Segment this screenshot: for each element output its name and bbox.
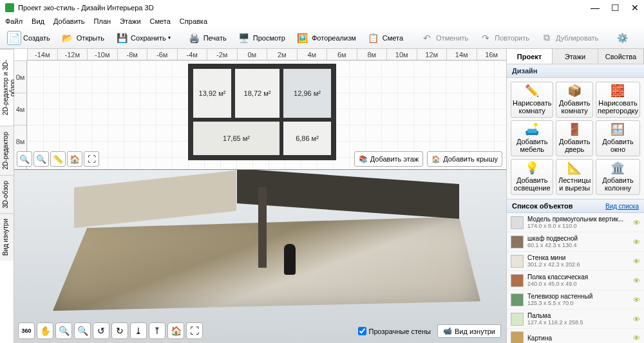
camera-icon: 📹	[443, 327, 452, 335]
main-menu: Файл Вид Добавить План Этажи Смета Справ…	[0, 15, 644, 27]
menu-view[interactable]: Вид	[32, 17, 44, 25]
redo-button[interactable]: ↷Повторить	[475, 30, 533, 46]
tab-floors[interactable]: Этажи	[553, 49, 598, 64]
menu-file[interactable]: Файл	[5, 17, 23, 25]
room-4[interactable]: 17,65 м²	[191, 120, 281, 157]
room-2[interactable]: 18,72 м²	[233, 67, 281, 120]
room-3[interactable]: 12,96 м²	[281, 67, 333, 120]
view-3d[interactable]: 360 ✋ 🔍 🔍 ↺ ↻ ⤓ ⤒ 🏠 ⛶ Прозрачные стены 📹…	[14, 170, 506, 343]
visibility-icon[interactable]: 👁	[633, 277, 640, 284]
action-add-window[interactable]: 🪟Добавить окно	[596, 120, 640, 156]
save-button[interactable]: 💾Сохранить▾	[111, 30, 174, 46]
objects-list-header: Список объектов	[512, 202, 573, 210]
tab-2d[interactable]: 2D-редактор	[0, 126, 14, 175]
rotate-cw[interactable]: ↻	[111, 322, 128, 339]
action-grid: ✏️Нарисовать комнату 📦Добавить комнату 🧱…	[507, 78, 644, 199]
floorplan[interactable]: 13,92 м² 18,72 м² 12,96 м² 17,65 м² 6,86…	[188, 64, 336, 160]
close-button[interactable]: ✕	[631, 3, 639, 13]
tilt-down[interactable]: ⤓	[130, 322, 147, 339]
tab-inside[interactable]: Вид изнутри	[0, 213, 14, 261]
list-item[interactable]: Телевизор настенный125.3 x 5.5 x 70.0👁	[507, 290, 644, 310]
preview-button[interactable]: 🖥️Просмотр	[234, 30, 289, 46]
objects-list[interactable]: Модель прямоугольник вертик...174.0 x 8.…	[507, 213, 644, 343]
list-item[interactable]: Полка классическая240.0 x 45.0 x 49.0👁	[507, 271, 644, 290]
tab-3d[interactable]: 3D-обзор	[0, 175, 14, 214]
transparent-walls-checkbox[interactable]: Прозрачные стены	[358, 327, 431, 335]
tab-2d-3d[interactable]: 2D-редактор и 3D-обзор	[0, 49, 14, 126]
ruler-horizontal: -14м-12м-10м-8м-6м-4м-2м0м2м4м6м8м10м12м…	[27, 49, 506, 60]
list-item[interactable]: Стенка мини301.2 x 42.3 x 202.6👁	[507, 252, 644, 271]
fit-3d[interactable]: ⛶	[186, 322, 203, 339]
add-floor-button[interactable]: 📚Добавить этаж	[354, 151, 423, 167]
menu-estimate[interactable]: Смета	[150, 17, 171, 25]
add-roof-button[interactable]: 🏠Добавить крышу	[427, 151, 502, 167]
menu-add[interactable]: Добавить	[53, 17, 85, 25]
visibility-icon[interactable]: 👁	[633, 238, 640, 246]
zoom-out-2d[interactable]: 🔍	[17, 151, 32, 167]
visibility-icon[interactable]: 👁	[633, 219, 640, 227]
design-section-header: Дизайн	[507, 64, 644, 78]
zoom-out-3d[interactable]: 🔍	[55, 322, 72, 339]
inside-view-button[interactable]: 📹Вид изнутри	[437, 324, 501, 338]
undo-button[interactable]: ↶Отменить	[417, 30, 471, 46]
menu-plan[interactable]: План	[94, 17, 111, 25]
help-button[interactable]: ❔	[636, 30, 644, 46]
list-item[interactable]: шкаф подвесной60.1 x 42.3 x 130.4👁	[507, 232, 644, 252]
visibility-icon[interactable]: 👁	[633, 296, 640, 304]
maximize-button[interactable]: ☐	[611, 3, 620, 13]
print-button[interactable]: 🖨️Печать	[184, 30, 230, 46]
visibility-icon[interactable]: 👁	[633, 315, 640, 323]
action-add-room[interactable]: 📦Добавить комнату	[556, 82, 593, 118]
list-view-toggle[interactable]: Вид списка	[605, 203, 639, 210]
create-button[interactable]: 📄Создать	[4, 30, 53, 46]
home-3d[interactable]: 🏠	[167, 322, 184, 339]
person-avatar	[284, 244, 296, 275]
tab-project[interactable]: Проект	[507, 49, 553, 64]
action-add-furniture[interactable]: 🛋️Добавить мебель	[511, 120, 553, 156]
estimate-button[interactable]: 📋Смета	[363, 30, 406, 46]
action-draw-partition[interactable]: 🧱Нарисовать перегородку	[596, 82, 640, 118]
list-item[interactable]: Картина👁	[507, 329, 644, 343]
measure-tool[interactable]: 📏	[50, 151, 66, 167]
home-2d[interactable]: 🏠	[67, 151, 82, 167]
action-add-door[interactable]: 🚪Добавить дверь	[556, 120, 593, 156]
tilt-up[interactable]: ⤒	[149, 322, 166, 339]
right-panel: Проект Этажи Свойства Дизайн ✏️Нарисоват…	[506, 49, 644, 343]
action-add-lighting[interactable]: 💡Добавить освещение	[511, 159, 553, 195]
action-draw-room[interactable]: ✏️Нарисовать комнату	[511, 82, 553, 118]
zoom-in-2d[interactable]: 🔍	[33, 151, 49, 167]
action-stairs[interactable]: 📐Лестницы и вырезы	[556, 159, 593, 195]
minimize-button[interactable]: —	[591, 3, 600, 13]
photorealism-button[interactable]: 🖼️Фотореализм	[292, 30, 359, 46]
visibility-icon[interactable]: 👁	[633, 334, 640, 342]
rotate-ccw[interactable]: ↺	[93, 322, 109, 339]
duplicate-button[interactable]: ⧉Дублировать	[536, 30, 601, 46]
window-title: Проект эко-стиль - Дизайн Интерьера 3D	[18, 4, 591, 12]
tab-properties[interactable]: Свойства	[598, 49, 644, 64]
view-tabs: 2D-редактор и 3D-обзор 2D-редактор 3D-об…	[0, 49, 14, 343]
open-button[interactable]: 📂Открыть	[57, 30, 108, 46]
room-1[interactable]: 13,92 м²	[191, 67, 233, 120]
orbit-360[interactable]: 360	[18, 322, 35, 339]
fit-2d[interactable]: ⛶	[84, 151, 99, 167]
room-5[interactable]: 6,86 м²	[281, 120, 333, 157]
visibility-icon[interactable]: 👁	[633, 257, 640, 265]
pan-tool[interactable]: ✋	[37, 322, 53, 339]
view-2d[interactable]: -14м-12м-10м-8м-6м-4м-2м0м2м4м6м8м10м12м…	[14, 49, 506, 170]
layers-icon: 📚	[359, 155, 368, 163]
menu-floors[interactable]: Этажи	[120, 17, 140, 25]
menu-help[interactable]: Справка	[180, 17, 207, 25]
roof-icon: 🏠	[431, 155, 440, 163]
app-logo-icon	[5, 3, 14, 12]
list-item[interactable]: Модель прямоугольник вертик...174.0 x 8.…	[507, 213, 644, 232]
zoom-in-3d[interactable]: 🔍	[74, 322, 91, 339]
settings-button[interactable]: ⚙️	[612, 30, 632, 46]
list-item[interactable]: Пальма127.4 x 116.2 x 258.5👁	[507, 310, 644, 329]
action-add-column[interactable]: 🏛️Добавить колонну	[596, 159, 640, 195]
window-titlebar: Проект эко-стиль - Дизайн Интерьера 3D —…	[0, 0, 644, 15]
main-toolbar: 📄Создать 📂Открыть 💾Сохранить▾ 🖨️Печать 🖥…	[0, 27, 644, 49]
